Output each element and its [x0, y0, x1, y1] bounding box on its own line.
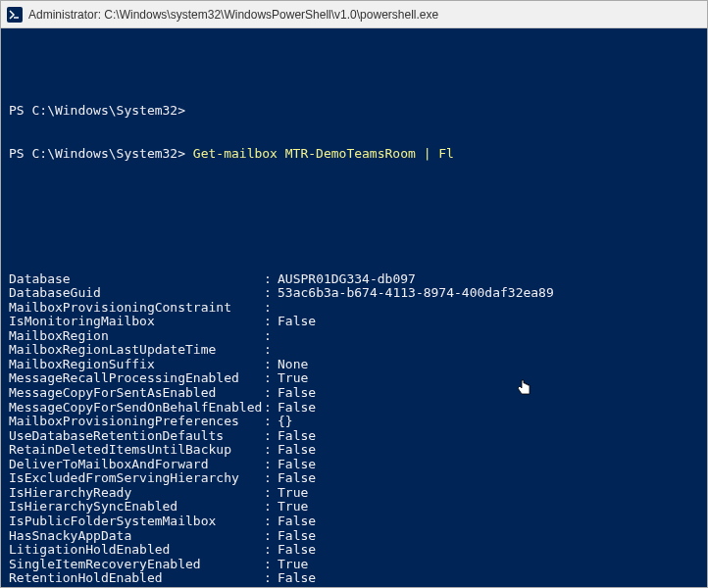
- output-value: False: [278, 429, 316, 444]
- output-separator: :: [264, 401, 278, 416]
- output-row: EndDateForRetentionHold:: [9, 586, 699, 587]
- output-value: False: [278, 514, 316, 529]
- output-value: True: [278, 486, 308, 501]
- output-row: RetainDeletedItemsUntilBackup:False: [9, 443, 699, 458]
- output-value: False: [278, 315, 316, 329]
- output-key: DatabaseGuid: [9, 286, 264, 301]
- output-value: False: [278, 571, 316, 586]
- output-key: MailboxRegionLastUpdateTime: [9, 343, 264, 358]
- output-key: IsPublicFolderSystemMailbox: [9, 514, 264, 529]
- output-row: IsHierarchyReady:True: [9, 486, 699, 501]
- output-separator: :: [264, 429, 278, 444]
- output-separator: :: [264, 358, 278, 372]
- output-key: Database: [9, 272, 264, 287]
- window-title: Administrator: C:\Windows\system32\Windo…: [28, 8, 438, 22]
- output-row: MessageCopyForSendOnBehalfEnabled:False: [9, 401, 699, 416]
- output-value: AUSPR01DG334-db097: [278, 272, 416, 287]
- title-bar[interactable]: Administrator: C:\Windows\system32\Windo…: [1, 1, 707, 28]
- terminal-area[interactable]: PS C:\Windows\System32> PS C:\Windows\Sy…: [1, 28, 707, 587]
- output-key: IsExcludedFromServingHierarchy: [9, 471, 264, 486]
- output-value: False: [278, 386, 316, 401]
- output-key: UseDatabaseRetentionDefaults: [9, 429, 264, 444]
- output-separator: :: [264, 500, 278, 514]
- output-separator: :: [264, 586, 278, 587]
- output-value: False: [278, 471, 316, 486]
- output-key: MailboxRegionSuffix: [9, 358, 264, 372]
- powershell-window: Administrator: C:\Windows\system32\Windo…: [0, 0, 708, 588]
- output-value: True: [278, 500, 308, 514]
- output-separator: :: [264, 415, 278, 429]
- output-value: True: [278, 371, 308, 386]
- output-row: HasSnackyAppData:False: [9, 529, 699, 544]
- output-value: True: [278, 558, 308, 572]
- output-key: MailboxProvisioningConstraint: [9, 301, 264, 316]
- output-row: Database:AUSPR01DG334-db097: [9, 272, 699, 287]
- output-key: RetainDeletedItemsUntilBackup: [9, 443, 264, 458]
- output-row: MessageRecallProcessingEnabled:True: [9, 371, 699, 386]
- output-key: MessageRecallProcessingEnabled: [9, 371, 264, 386]
- output-key: IsMonitoringMailbox: [9, 315, 264, 329]
- output-row: MailboxProvisioningPreferences:{}: [9, 415, 699, 429]
- output-row: DatabaseGuid:53ac6b3a-b674-4113-8974-400…: [9, 286, 699, 301]
- output-value: False: [278, 458, 316, 472]
- output-key: MessageCopyForSendOnBehalfEnabled: [9, 401, 264, 416]
- output-separator: :: [264, 371, 278, 386]
- output-row: LitigationHoldEnabled:False: [9, 543, 699, 558]
- output-separator: :: [264, 543, 278, 558]
- output-key: MessageCopyForSentAsEnabled: [9, 386, 264, 401]
- output-separator: :: [264, 571, 278, 586]
- output-row: MailboxProvisioningConstraint:: [9, 301, 699, 316]
- output-key: SingleItemRecoveryEnabled: [9, 558, 264, 572]
- output-separator: :: [264, 272, 278, 287]
- output-separator: :: [264, 343, 278, 358]
- output-value: {}: [278, 415, 293, 429]
- output-row: IsMonitoringMailbox:False: [9, 315, 699, 329]
- output-list: Database:AUSPR01DG334-db097DatabaseGuid:…: [9, 272, 699, 587]
- prompt-line-2: PS C:\Windows\System32> Get-mailbox MTR-…: [9, 147, 699, 162]
- output-key: LitigationHoldEnabled: [9, 543, 264, 558]
- output-row: MailboxRegionLastUpdateTime:: [9, 343, 699, 358]
- output-row: DeliverToMailboxAndForward:False: [9, 458, 699, 472]
- output-separator: :: [264, 529, 278, 544]
- output-key: EndDateForRetentionHold: [9, 586, 264, 587]
- prompt-line-1: PS C:\Windows\System32>: [9, 104, 699, 119]
- output-key: IsHierarchySyncEnabled: [9, 500, 264, 514]
- output-value: 53ac6b3a-b674-4113-8974-400daf32ea89: [278, 286, 554, 301]
- output-row: MessageCopyForSentAsEnabled:False: [9, 386, 699, 401]
- output-separator: :: [264, 471, 278, 486]
- output-key: IsHierarchyReady: [9, 486, 264, 501]
- output-separator: :: [264, 514, 278, 529]
- output-separator: :: [264, 458, 278, 472]
- output-value: False: [278, 543, 316, 558]
- output-row: IsPublicFolderSystemMailbox:False: [9, 514, 699, 529]
- output-separator: :: [264, 329, 278, 344]
- output-key: RetentionHoldEnabled: [9, 571, 264, 586]
- output-value: None: [278, 358, 308, 372]
- output-row: MailboxRegion:: [9, 329, 699, 344]
- output-key: DeliverToMailboxAndForward: [9, 458, 264, 472]
- output-value: False: [278, 443, 316, 458]
- output-row: IsHierarchySyncEnabled:True: [9, 500, 699, 514]
- output-separator: :: [264, 315, 278, 329]
- output-separator: :: [264, 486, 278, 501]
- output-separator: :: [264, 443, 278, 458]
- output-separator: :: [264, 386, 278, 401]
- output-row: MailboxRegionSuffix:None: [9, 358, 699, 372]
- output-key: MailboxProvisioningPreferences: [9, 415, 264, 429]
- output-row: RetentionHoldEnabled:False: [9, 571, 699, 586]
- command-text: Get-mailbox MTR-DemoTeamsRoom | Fl: [193, 146, 454, 161]
- output-value: False: [278, 401, 316, 416]
- output-separator: :: [264, 558, 278, 572]
- output-key: MailboxRegion: [9, 329, 264, 344]
- output-separator: :: [264, 286, 278, 301]
- output-value: False: [278, 529, 316, 544]
- prompt-prefix: PS C:\Windows\System32>: [9, 146, 193, 161]
- output-row: SingleItemRecoveryEnabled:True: [9, 558, 699, 572]
- powershell-icon: [7, 7, 23, 23]
- output-separator: :: [264, 301, 278, 316]
- output-key: HasSnackyAppData: [9, 529, 264, 544]
- output-row: IsExcludedFromServingHierarchy:False: [9, 471, 699, 486]
- output-row: UseDatabaseRetentionDefaults:False: [9, 429, 699, 444]
